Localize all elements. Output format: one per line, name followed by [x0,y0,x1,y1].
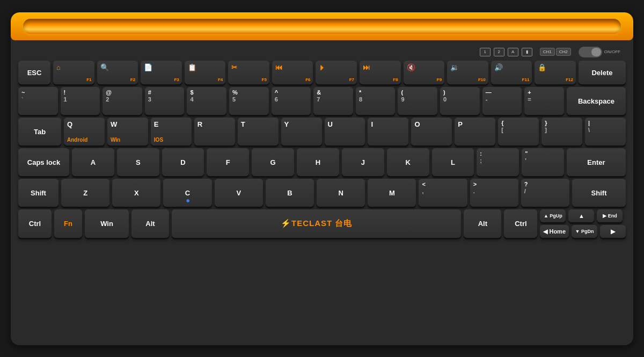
key-left[interactable]: ◀ Home [540,225,569,238]
key-tab[interactable]: Tab [18,118,61,145]
key-p[interactable]: P [455,118,495,145]
power-toggle[interactable] [579,47,602,57]
channel-switch[interactable]: CH1 CH2 [540,48,571,56]
key-f8[interactable]: ⏭ F8 [360,61,401,84]
8-top: * [359,90,361,96]
key-f9[interactable]: 🔇 F9 [404,61,445,84]
win-bottom-label: Win [100,220,113,228]
key-6[interactable]: ^ 6 [272,87,311,115]
comma-bottom: , [422,188,423,194]
key-f[interactable]: F [207,148,249,176]
key-f5[interactable]: ✂ F5 [228,61,269,84]
key-slash[interactable]: ? / [521,179,569,207]
key-capslock[interactable]: Caps lock [18,148,69,176]
key-f10[interactable]: 🔉 F10 [447,61,488,84]
f11-icon: 🔊 [494,63,503,71]
comma-top: < [422,181,425,187]
key-r[interactable]: R [194,118,235,145]
power-switch[interactable]: ON/OFF [579,47,620,57]
key-d[interactable]: D [162,148,204,176]
key-f3[interactable]: 📄 F3 [141,61,182,84]
key-a[interactable]: A [72,148,114,176]
key-3[interactable]: # 3 [145,87,185,115]
w-label: W [111,120,117,128]
key-h[interactable]: H [297,148,339,176]
key-rbracket[interactable]: } ] [541,118,582,145]
key-i[interactable]: I [368,118,408,145]
key-space[interactable]: ⚡TECLAST 台电 [172,209,461,238]
key-e[interactable]: E IOS [151,118,192,145]
key-u[interactable]: U [325,118,365,145]
f3-label: F3 [174,77,179,82]
d-label: D [180,158,185,166]
key-comma[interactable]: < , [419,179,467,207]
key-fn[interactable]: Fn [54,209,82,238]
key-right[interactable]: ▶ [600,225,626,238]
key-period[interactable]: > . [470,179,518,207]
key-9[interactable]: ( 9 [398,87,437,115]
key-equals[interactable]: + = [524,87,564,115]
key-5[interactable]: % 5 [229,87,269,115]
key-semicolon[interactable]: : ; [477,148,519,176]
key-minus[interactable]: — - [482,87,522,115]
key-tilde[interactable]: ~ ` [18,87,58,115]
f5-label: F5 [262,77,267,82]
key-z[interactable]: Z [61,179,109,207]
key-pgdn[interactable]: ▼ PgDn [572,225,597,238]
q-label: Q [67,120,72,128]
key-shift-right[interactable]: Shift [572,179,626,207]
ch1-button[interactable]: CH1 [540,48,555,56]
key-8[interactable]: * 8 [356,87,396,115]
key-0[interactable]: ) 0 [440,87,480,115]
9-top: ( [401,90,403,96]
j-label: J [361,158,365,166]
key-shift-left[interactable]: Shift [18,179,58,207]
key-2[interactable]: @ 2 [103,87,142,115]
key-k[interactable]: K [387,148,429,176]
key-m[interactable]: M [368,179,416,207]
key-quote[interactable]: " ' [522,148,564,176]
key-y[interactable]: Y [281,118,322,145]
key-w[interactable]: W Win [107,118,148,145]
key-o[interactable]: O [411,118,452,145]
period-top: > [473,181,477,187]
key-enter[interactable]: Enter [567,148,626,176]
1-bottom: 1 [64,97,67,103]
key-alt-left[interactable]: Alt [131,209,169,238]
key-f1[interactable]: ⌂ F1 [53,61,94,84]
ch2-button[interactable]: CH2 [556,48,571,56]
key-j[interactable]: J [342,148,384,176]
key-f2[interactable]: 🔍 F2 [97,61,138,84]
alt-left-label: Alt [145,220,155,228]
key-g[interactable]: G [252,148,294,176]
key-f12[interactable]: 🔒 F12 [535,61,576,84]
key-f4[interactable]: 📋 F4 [185,61,226,84]
key-backslash[interactable]: | \ [585,118,626,145]
key-l[interactable]: L [432,148,474,176]
key-s[interactable]: S [117,148,159,176]
key-end[interactable]: ▶ End [597,209,623,222]
key-win-bottom[interactable]: Win [85,209,129,238]
key-n[interactable]: N [317,179,365,207]
key-f6[interactable]: ⏮ F6 [272,61,313,84]
key-q[interactable]: Q Android [64,118,105,145]
key-f7[interactable]: ⏵ F7 [316,61,357,84]
key-t[interactable]: T [238,118,279,145]
key-alt-right[interactable]: Alt [464,209,501,238]
key-x[interactable]: X [112,179,160,207]
key-up[interactable]: ▲ [568,209,594,222]
key-b[interactable]: B [266,179,314,207]
key-ctrl-left[interactable]: Ctrl [18,209,52,238]
key-esc[interactable]: ESC [18,61,50,84]
key-pgup[interactable]: ▲ PgUp [540,209,566,222]
key-c[interactable]: C ⎈ [163,179,211,207]
key-f11[interactable]: 🔊 F11 [491,61,532,84]
key-delete[interactable]: Delete [579,61,626,84]
key-1[interactable]: ! 1 [61,87,100,115]
key-7[interactable]: & 7 [313,87,353,115]
key-ctrl-right[interactable]: Ctrl [504,209,537,238]
key-4[interactable]: $ 4 [187,87,226,115]
key-lbracket[interactable]: { [ [498,118,539,145]
key-backspace[interactable]: Backspace [567,87,626,115]
key-v[interactable]: V [215,179,263,207]
